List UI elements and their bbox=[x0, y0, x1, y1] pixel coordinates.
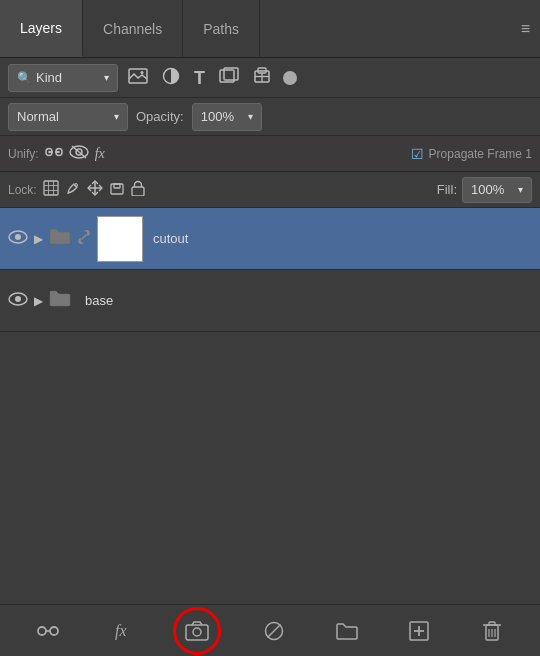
fill-dropdown[interactable]: 100% ▾ bbox=[462, 177, 532, 203]
folder-icon bbox=[49, 289, 71, 312]
tab-paths[interactable]: Paths bbox=[183, 0, 260, 57]
blend-mode-dropdown[interactable]: Normal ▾ bbox=[8, 103, 128, 131]
fill-arrow: ▾ bbox=[518, 184, 523, 195]
propagate-label: Propagate Frame 1 bbox=[429, 147, 532, 161]
unify-label: Unify: bbox=[8, 147, 39, 161]
propagate-checkbox[interactable]: ☑ bbox=[411, 146, 424, 162]
folder-icon bbox=[49, 227, 71, 250]
visibility-icon[interactable] bbox=[8, 230, 28, 248]
layer-thumbnail bbox=[97, 216, 143, 262]
fx-button[interactable]: fx bbox=[103, 613, 139, 649]
svg-point-33 bbox=[193, 628, 201, 636]
svg-point-19 bbox=[74, 184, 77, 187]
lock-label: Lock: bbox=[8, 183, 37, 197]
create-layer-button[interactable] bbox=[175, 609, 219, 653]
blend-opacity-toolbar: Normal ▾ Opacity: 100% ▾ bbox=[0, 98, 540, 136]
blend-mode-arrow: ▾ bbox=[114, 111, 119, 122]
svg-rect-14 bbox=[44, 181, 58, 195]
filter-toolbar: 🔍 Kind ▾ T bbox=[0, 58, 540, 98]
search-icon: 🔍 bbox=[17, 71, 32, 85]
lock-artboard-icon[interactable] bbox=[109, 180, 125, 199]
unify-icons: fx bbox=[45, 145, 105, 162]
tab-paths-label: Paths bbox=[203, 21, 239, 37]
tab-bar: Layers Channels Paths ≡ bbox=[0, 0, 540, 58]
opacity-arrow: ▾ bbox=[248, 111, 253, 122]
svg-rect-32 bbox=[186, 625, 208, 640]
propagate-area: ☑ Propagate Frame 1 bbox=[411, 146, 532, 162]
shape-filter-icon[interactable] bbox=[215, 65, 243, 91]
opacity-label: Opacity: bbox=[136, 109, 184, 124]
panel-menu-icon[interactable]: ≡ bbox=[521, 20, 530, 38]
svg-point-28 bbox=[15, 296, 21, 302]
svg-rect-29 bbox=[38, 627, 46, 635]
layer-row[interactable]: ▶ cutout bbox=[0, 208, 540, 270]
blend-mode-label: Normal bbox=[17, 109, 59, 124]
smart-filter-icon[interactable] bbox=[249, 65, 275, 91]
tab-channels[interactable]: Channels bbox=[83, 0, 183, 57]
lock-position-icon[interactable] bbox=[87, 180, 103, 199]
layer-name: base bbox=[85, 293, 113, 308]
empty-area bbox=[0, 406, 540, 604]
svg-rect-24 bbox=[132, 187, 144, 196]
lock-icons bbox=[43, 180, 145, 199]
kind-label: Kind bbox=[36, 70, 62, 85]
svg-line-13 bbox=[72, 146, 86, 158]
lock-transparent-icon[interactable] bbox=[43, 180, 59, 199]
text-filter-icon[interactable]: T bbox=[190, 67, 209, 89]
adjustment-filter-icon[interactable] bbox=[158, 65, 184, 91]
svg-rect-22 bbox=[111, 184, 123, 194]
kind-dropdown[interactable]: 🔍 Kind ▾ bbox=[8, 64, 118, 92]
link-layers-button[interactable] bbox=[30, 613, 66, 649]
layers-area: ▶ cutout bbox=[0, 208, 540, 406]
fill-area: Fill: 100% ▾ bbox=[437, 177, 532, 203]
tab-layers[interactable]: Layers bbox=[0, 0, 83, 57]
lock-all-icon[interactable] bbox=[131, 180, 145, 199]
svg-rect-23 bbox=[114, 184, 120, 188]
tab-layers-label: Layers bbox=[20, 20, 62, 36]
svg-point-1 bbox=[141, 71, 144, 74]
layer-row[interactable]: ▶ base bbox=[0, 270, 540, 332]
kind-arrow: ▾ bbox=[104, 72, 109, 83]
unify-fx-icon[interactable]: fx bbox=[95, 146, 105, 162]
image-filter-icon[interactable] bbox=[124, 66, 152, 90]
opacity-value: 100% bbox=[201, 109, 234, 124]
layer-name: cutout bbox=[153, 231, 188, 246]
expand-icon[interactable]: ▶ bbox=[34, 232, 43, 246]
unify-link-icon[interactable] bbox=[45, 145, 63, 162]
svg-point-26 bbox=[15, 234, 21, 240]
delete-layer-button[interactable] bbox=[474, 613, 510, 649]
expand-icon[interactable]: ▶ bbox=[34, 294, 43, 308]
unify-visibility-icon[interactable] bbox=[69, 145, 89, 162]
unify-toolbar: Unify: fx ☑ Prop bbox=[0, 136, 540, 172]
tab-channels-label: Channels bbox=[103, 21, 162, 37]
lock-fill-toolbar: Lock: bbox=[0, 172, 540, 208]
bottom-toolbar: fx bbox=[0, 604, 540, 656]
delete-layer-effect-button[interactable] bbox=[256, 613, 292, 649]
opacity-dropdown[interactable]: 100% ▾ bbox=[192, 103, 262, 131]
visibility-icon[interactable] bbox=[8, 292, 28, 310]
svg-line-35 bbox=[267, 624, 280, 637]
new-group-button[interactable] bbox=[329, 613, 365, 649]
dot-icon bbox=[283, 71, 297, 85]
svg-rect-30 bbox=[50, 627, 58, 635]
main-content: 🔍 Kind ▾ T bbox=[0, 58, 540, 656]
fill-value: 100% bbox=[471, 182, 504, 197]
layer-link-icon[interactable] bbox=[77, 230, 91, 247]
lock-image-icon[interactable] bbox=[65, 180, 81, 199]
new-layer-button[interactable] bbox=[401, 613, 437, 649]
fill-label: Fill: bbox=[437, 182, 457, 197]
